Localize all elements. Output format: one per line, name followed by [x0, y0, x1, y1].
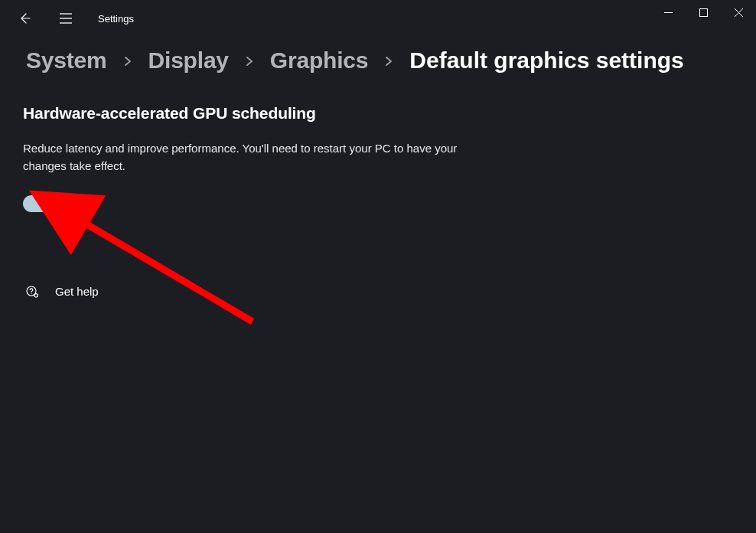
toggle-knob — [47, 198, 59, 210]
toggle-state-label: On — [72, 197, 87, 210]
help-icon — [24, 284, 40, 299]
chevron-right-icon — [385, 54, 393, 70]
maximize-icon — [699, 8, 708, 17]
nav-menu-button[interactable] — [55, 8, 77, 29]
gpu-scheduling-toggle[interactable] — [23, 195, 61, 212]
get-help-label: Get help — [55, 285, 99, 298]
minimize-button[interactable] — [650, 0, 686, 25]
window-caption-controls — [650, 0, 756, 25]
gpu-scheduling-toggle-row: On — [23, 195, 756, 212]
breadcrumb-item-display[interactable]: Display — [148, 47, 229, 74]
settings-content: Hardware-accelerated GPU scheduling Redu… — [0, 74, 756, 299]
minimize-icon — [664, 8, 673, 17]
section-description: Reduce latency and improve performance. … — [23, 139, 459, 175]
chevron-right-icon — [246, 54, 253, 70]
breadcrumb-item-system[interactable]: System — [26, 47, 107, 74]
back-button[interactable] — [14, 8, 35, 29]
breadcrumb-current: Default graphics settings — [409, 47, 683, 74]
maximize-button[interactable] — [686, 0, 721, 25]
hamburger-icon — [60, 13, 72, 24]
svg-point-9 — [31, 293, 32, 293]
section-title: Hardware-accelerated GPU scheduling — [23, 104, 756, 123]
svg-point-10 — [34, 293, 37, 296]
breadcrumb-item-graphics[interactable]: Graphics — [270, 47, 368, 74]
titlebar: Settings — [0, 0, 756, 37]
svg-rect-5 — [699, 8, 707, 16]
app-title: Settings — [98, 13, 134, 25]
chevron-right-icon — [124, 54, 132, 70]
close-icon — [735, 8, 743, 17]
arrow-left-icon — [18, 12, 31, 25]
get-help-link[interactable]: Get help — [23, 284, 756, 299]
breadcrumb: System Display Graphics Default graphics… — [0, 37, 756, 74]
close-button[interactable] — [721, 0, 756, 25]
